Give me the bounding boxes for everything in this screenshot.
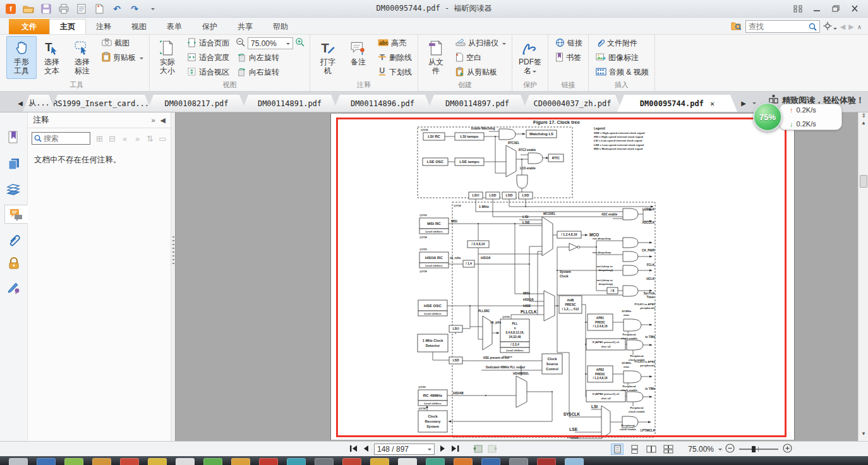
image-annotation-button[interactable]: 图像标注: [593, 51, 652, 65]
taskbar-app-icon[interactable]: [509, 458, 528, 465]
rotate-right-button[interactable]: 向右旋转: [234, 65, 307, 80]
link-button[interactable]: 链接: [552, 36, 586, 51]
open-file-button[interactable]: [21, 3, 35, 15]
signatures-panel-button[interactable]: [4, 278, 23, 297]
foxit-logo-icon[interactable]: f: [4, 3, 18, 15]
fit-visible-button[interactable]: 适合视区: [184, 65, 232, 80]
taskbar-app-icon[interactable]: [120, 458, 139, 465]
comment-search-box[interactable]: [32, 132, 90, 145]
taskbar-app-icon[interactable]: [370, 458, 389, 465]
menu-tab-help[interactable]: 帮助: [263, 19, 298, 34]
taskbar-app-icon[interactable]: [426, 458, 445, 465]
zoom-in-icon[interactable]: [295, 37, 305, 49]
single-page-view-button[interactable]: [611, 444, 624, 455]
audio-video-button[interactable]: 音频 & 视频: [593, 65, 652, 80]
customize-toolbar-dropdown[interactable]: [145, 3, 159, 15]
taskbar-app-icon[interactable]: [92, 458, 111, 465]
zoom-slider-handle[interactable]: [752, 446, 756, 452]
zoom-combobox[interactable]: 75.00%: [248, 37, 293, 49]
from-scanner-button[interactable]: 从扫描仪: [452, 36, 509, 51]
scroll-up-arrow[interactable]: ▲: [859, 120, 868, 129]
restore-button[interactable]: [828, 3, 844, 15]
taskbar-app-icon[interactable]: [9, 458, 28, 465]
find-next-button[interactable]: ▶: [848, 23, 853, 31]
taskbar-app-icon[interactable]: [537, 458, 556, 465]
from-clipboard-button[interactable]: 从剪贴板: [452, 65, 509, 80]
hand-tool-button[interactable]: 手形工具: [6, 36, 37, 79]
search-folder-icon[interactable]: [731, 21, 742, 33]
scroll-down-arrow[interactable]: ▼: [859, 431, 868, 440]
find-box[interactable]: [745, 20, 820, 33]
layers-panel-button[interactable]: [4, 179, 23, 198]
comments-panel-button[interactable]: [4, 205, 28, 224]
layout-switch-button[interactable]: [790, 3, 806, 15]
pdf-page-canvas[interactable]: LSI RCLSI tempoWatchdog LSRTCLSE OSCLSE …: [330, 114, 795, 440]
collapse-ribbon-button[interactable]: ∧: [857, 23, 862, 30]
document-tab[interactable]: DM00108217.pdf: [147, 95, 246, 112]
taskbar-app-icon[interactable]: [454, 458, 473, 465]
highlight-button[interactable]: abc 高亮: [375, 36, 415, 51]
last-page-button[interactable]: [451, 445, 460, 454]
redo-button[interactable]: ↷: [128, 3, 142, 15]
taskbar-app-icon[interactable]: [148, 458, 167, 465]
panel-splitter[interactable]: [171, 112, 176, 441]
pages-panel-button[interactable]: [4, 154, 23, 173]
print-button[interactable]: [57, 3, 71, 15]
zoom-out-icon[interactable]: [236, 37, 246, 49]
save-button[interactable]: [39, 3, 53, 15]
attachments-panel-button[interactable]: [4, 230, 23, 249]
actual-size-button[interactable]: 实际大小: [152, 36, 183, 79]
new-document-button[interactable]: *: [92, 3, 106, 15]
document-tab[interactable]: DM00114896.pdf: [333, 95, 432, 112]
previous-view-button[interactable]: [473, 444, 483, 455]
collapse-all-icon[interactable]: ⊟: [107, 134, 118, 143]
search-icon[interactable]: [809, 23, 817, 31]
bookmark-button[interactable]: 书签: [552, 51, 586, 65]
rotate-left-button[interactable]: 向左旋转: [234, 51, 307, 65]
page-number-combobox[interactable]: 148 / 897: [374, 444, 435, 455]
underline-button[interactable]: U 下划线: [375, 65, 415, 80]
tab-scroll-left-button[interactable]: ◀: [15, 95, 25, 111]
taskbar-app-icon[interactable]: [481, 458, 500, 465]
comment-list-icon[interactable]: ▭: [157, 134, 168, 143]
taskbar-app-icon[interactable]: [259, 458, 278, 465]
tab-scroll-right-button[interactable]: ▶: [738, 95, 749, 111]
strikeout-button[interactable]: T 删除线: [375, 51, 415, 65]
split-view-handle[interactable]: ⇕: [859, 112, 868, 120]
taskbar-app-icon[interactable]: [342, 458, 361, 465]
previous-page-button[interactable]: [363, 445, 369, 454]
next-view-button[interactable]: [488, 444, 498, 455]
fit-width-button[interactable]: 适合宽度: [184, 51, 232, 65]
taskbar-app-icon[interactable]: [398, 458, 417, 465]
expand-all-icon[interactable]: ⊞: [94, 134, 105, 143]
document-tab[interactable]: DM00114897.pdf: [427, 95, 527, 112]
chevron-down-icon[interactable]: [718, 449, 722, 452]
security-panel-button[interactable]: [4, 254, 23, 273]
bookmarks-panel-button[interactable]: [4, 128, 23, 147]
next-comment-icon[interactable]: »: [132, 134, 143, 143]
document-tab[interactable]: 从...: [23, 95, 56, 112]
continuous-view-button[interactable]: [628, 444, 641, 455]
document-tab[interactable]: CD00004037_zh.pdf: [522, 95, 622, 112]
prev-comment-icon[interactable]: «: [119, 134, 130, 143]
create-from-file-button[interactable]: 从文件: [421, 36, 451, 79]
zoom-slider[interactable]: [739, 449, 778, 450]
menu-tab-share[interactable]: 共享: [227, 19, 263, 34]
menu-tab-home[interactable]: 主页: [49, 19, 86, 34]
document-tab-active[interactable]: DM00095744.pdf✕: [617, 95, 737, 112]
menu-tab-form[interactable]: 表单: [157, 19, 192, 34]
taskbar-app-icon[interactable]: [287, 458, 306, 465]
note-button[interactable]: 备注: [343, 36, 373, 79]
typewriter-button[interactable]: T 打字机: [313, 36, 343, 79]
pdf-sign-button[interactable]: PDF签名: [515, 36, 545, 79]
menu-tab-comment[interactable]: 注释: [86, 19, 121, 34]
close-button[interactable]: [847, 3, 863, 15]
snapshot-button[interactable]: 截图: [99, 36, 147, 51]
document-properties-button[interactable]: [75, 3, 88, 15]
taskbar-app-icon[interactable]: [37, 458, 56, 465]
fit-page-button[interactable]: 适合页面: [184, 36, 232, 51]
menu-tab-view[interactable]: 视图: [121, 19, 157, 34]
panel-collapse-button[interactable]: ◀: [160, 116, 166, 124]
find-input[interactable]: [749, 22, 809, 31]
scrollbar-thumb[interactable]: [860, 175, 867, 188]
